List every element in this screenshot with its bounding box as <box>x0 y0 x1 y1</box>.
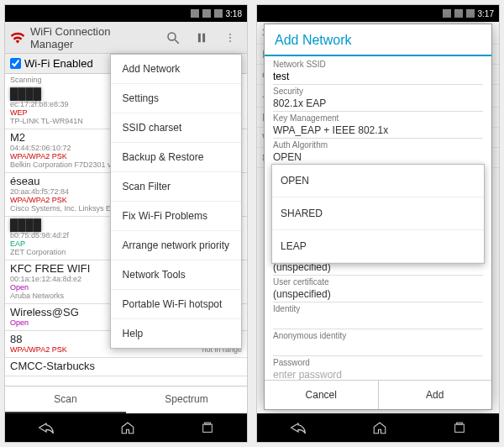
menu-fix-wifi[interactable]: Fix Wi-Fi Problems <box>111 202 241 231</box>
svg-point-0 <box>168 33 176 40</box>
auth-dropdown: OPEN SHARED LEAP <box>271 164 485 264</box>
home-icon[interactable] <box>372 421 387 434</box>
keymgmt-label: Key Management <box>273 113 483 123</box>
menu-ssid-charset[interactable]: SSID charset <box>111 113 241 143</box>
menu-help[interactable]: Help <box>111 319 241 348</box>
field-auth: Auth Algorithm OPEN <box>273 140 483 166</box>
field-password: Password enter password <box>273 358 483 380</box>
menu-backup-restore[interactable]: Backup & Restore <box>111 143 241 172</box>
ssid-input[interactable]: test <box>273 69 483 85</box>
password-label: Password <box>273 358 483 367</box>
search-icon[interactable] <box>161 26 185 50</box>
back-icon[interactable] <box>290 422 307 434</box>
auth-option-open[interactable]: OPEN <box>272 165 484 197</box>
status-time: 3:18 <box>226 9 242 18</box>
svg-point-6 <box>229 39 231 41</box>
password-input[interactable]: enter password <box>273 367 483 380</box>
svg-point-5 <box>229 36 231 38</box>
recents-icon[interactable] <box>453 421 466 434</box>
status-icon <box>454 9 463 18</box>
status-icon <box>466 9 475 18</box>
wifi-enabled-label: Wi-Fi Enabled <box>24 57 93 70</box>
auth-option-shared[interactable]: SHARED <box>272 197 484 230</box>
home-icon[interactable] <box>120 421 135 434</box>
svg-rect-3 <box>202 33 205 42</box>
field-security: Security 802.1x EAP <box>273 87 483 112</box>
wifi-icon <box>10 32 25 44</box>
svg-rect-9 <box>455 424 465 432</box>
menu-hotspot[interactable]: Portable Wi-Fi hotspot <box>111 290 241 319</box>
back-icon[interactable] <box>38 422 55 434</box>
add-button[interactable]: Add <box>379 381 492 409</box>
status-icon <box>191 9 199 18</box>
auth-label: Auth Algorithm <box>273 140 483 150</box>
overflow-icon[interactable] <box>218 26 242 50</box>
ssid-label: Network SSID <box>273 60 483 69</box>
identity-input[interactable] <box>273 313 483 329</box>
security-label: Security <box>273 87 483 96</box>
network-ssid: CMCC-Starbucks <box>10 360 242 372</box>
keymgmt-select[interactable]: WPA_EAP + IEEE 802.1x <box>273 123 483 139</box>
nav-bar <box>257 413 499 442</box>
status-time: 3:17 <box>478 9 494 18</box>
anon-input[interactable] <box>273 340 483 356</box>
dialog-body: Network SSID test Security 802.1x EAP Ke… <box>265 56 491 380</box>
action-bar: WiFi Connection Manager <box>5 22 247 54</box>
app-title: WiFi Connection Manager <box>30 25 156 50</box>
tab-scan[interactable]: Scan <box>5 387 126 413</box>
field-ssid: Network SSID test <box>273 60 483 85</box>
cancel-button[interactable]: Cancel <box>265 381 379 409</box>
status-icon <box>214 9 223 18</box>
status-bar: 3:17 <box>257 5 499 22</box>
add-network-dialog: Add Network Network SSID test Security 8… <box>264 24 492 410</box>
menu-add-network[interactable]: Add Network <box>111 55 241 84</box>
phone-left: 3:18 WiFi Connection Manager Wi-Fi Enabl… <box>4 4 248 443</box>
svg-rect-2 <box>198 33 201 42</box>
field-identity: Identity <box>273 304 483 329</box>
field-usercert: User certificate (unspecified) <box>273 277 483 302</box>
svg-rect-10 <box>457 423 463 424</box>
usercert-label: User certificate <box>273 277 483 287</box>
svg-rect-7 <box>203 424 213 432</box>
menu-arrange-priority[interactable]: Arrange network priority <box>111 231 241 260</box>
overflow-menu: Add Network Settings SSID charset Backup… <box>110 54 242 349</box>
security-select[interactable]: 802.1x EAP <box>273 96 483 112</box>
nav-bar <box>5 413 247 442</box>
network-item[interactable]: CMCC-Starbucks <box>5 358 247 376</box>
dialog-title: Add Network <box>265 24 491 56</box>
identity-label: Identity <box>273 304 483 313</box>
menu-settings[interactable]: Settings <box>111 84 241 113</box>
usercert-select[interactable]: (unspecified) <box>273 287 483 302</box>
anon-label: Anonymous identity <box>273 331 483 340</box>
tab-spectrum[interactable]: Spectrum <box>126 387 247 413</box>
pause-icon[interactable] <box>190 26 213 50</box>
menu-network-tools[interactable]: Network Tools <box>111 260 241 290</box>
field-anon: Anonymous identity <box>273 331 483 356</box>
svg-rect-8 <box>205 423 211 424</box>
menu-scan-filter[interactable]: Scan Filter <box>111 172 241 202</box>
status-icon <box>443 9 451 18</box>
recents-icon[interactable] <box>201 421 214 434</box>
dialog-buttons: Cancel Add <box>265 380 491 409</box>
wifi-checkbox[interactable] <box>10 58 21 69</box>
status-icon <box>202 9 211 18</box>
svg-line-1 <box>175 39 179 44</box>
status-bar: 3:18 <box>5 5 247 22</box>
bottom-tabs: Scan Spectrum <box>5 386 247 413</box>
auth-option-leap[interactable]: LEAP <box>272 230 484 263</box>
svg-point-4 <box>229 33 231 34</box>
field-keymgmt: Key Management WPA_EAP + IEEE 802.1x <box>273 113 483 139</box>
phone-right: 3:17 3樓 M2 éseau 小明 KFC Wire 88 Add Netw… <box>256 4 500 443</box>
